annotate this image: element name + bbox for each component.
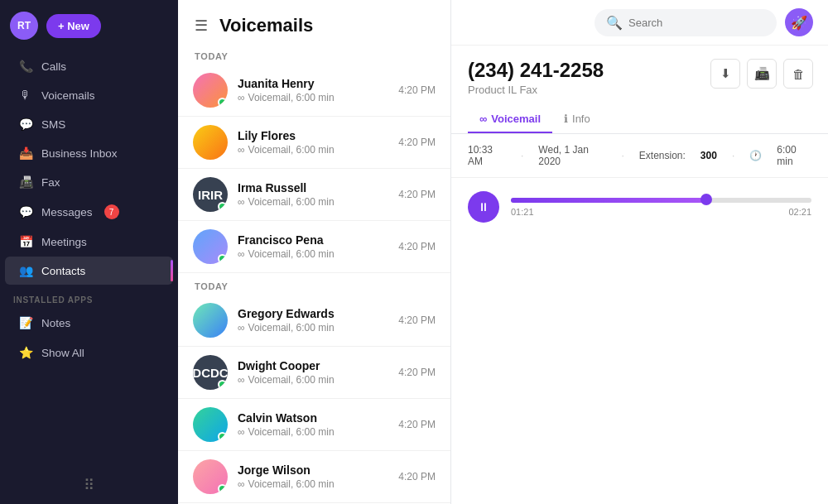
messages-badge: 7 (104, 204, 119, 219)
download-button[interactable]: ⬇ (710, 59, 740, 89)
section-day-label: TODAY (178, 273, 450, 295)
online-indicator (218, 484, 227, 493)
info-tab-icon: ℹ (564, 113, 568, 125)
fax-icon: 📠 (18, 175, 33, 189)
progress-thumb (700, 194, 712, 205)
contact-time: 4:20 PM (398, 367, 436, 378)
online-indicator (218, 254, 227, 263)
tab-info[interactable]: ℹ Info (552, 106, 602, 133)
voicemail-sub-icon: ∞ (238, 478, 245, 490)
search-box: 🔍 (595, 9, 777, 36)
sidebar-item-label: Voicemails (41, 89, 95, 102)
sidebar-nav: 📞 Calls 🎙 Voicemails 💬 SMS 📥 Business In… (0, 51, 178, 286)
time-labels: 01:21 02:21 (511, 207, 811, 217)
grid-icon[interactable]: ⠿ (84, 476, 94, 494)
online-indicator (218, 380, 227, 389)
meta-separator2: · (621, 150, 623, 161)
progress-fill (511, 198, 706, 203)
sidebar-item-label: Fax (41, 176, 60, 189)
contact-time: 4:20 PM (398, 84, 436, 96)
progress-bar[interactable] (511, 198, 811, 203)
list-item[interactable]: Lily Flores ∞ Voicemail, 6:00 min 4:20 P… (178, 117, 450, 169)
contact-name: Gregory Edwards (238, 307, 388, 320)
contact-name: Juanita Henry (238, 77, 388, 90)
sidebar-item-calls[interactable]: 📞 Calls (5, 52, 173, 80)
sidebar-item-messages[interactable]: 💬 Messages 7 (5, 197, 173, 227)
total-time: 02:21 (788, 207, 811, 217)
online-indicator (218, 432, 227, 441)
contact-name: Dwight Cooper (238, 359, 388, 372)
list-header: ☰ Voicemails (178, 0, 450, 43)
progress-container: 01:21 02:21 (511, 198, 811, 217)
contact-sub: ∞ Voicemail, 6:00 min (238, 144, 388, 156)
search-input[interactable] (628, 17, 765, 29)
sidebar-item-business-inbox[interactable]: 📥 Business Inbox (5, 139, 173, 167)
current-time: 01:21 (511, 207, 534, 217)
detail-meta: 10:33 AM · Wed, 1 Jan 2020 · Extension: … (451, 134, 828, 178)
list-item[interactable]: Francisco Pena ∞ Voicemail, 6:00 min 4:2… (178, 221, 450, 273)
sidebar-header: RT + New (0, 0, 178, 51)
section-day-label: TODAY (178, 43, 450, 65)
voicemail-sub-icon: ∞ (238, 426, 245, 438)
trash-button[interactable]: 🗑 (783, 59, 813, 89)
hamburger-icon[interactable]: ☰ (195, 17, 208, 35)
list-item[interactable]: IR IR Irma Russell ∞ Voicemail, 6:00 min… (178, 169, 450, 221)
calls-icon: 📞 (18, 60, 33, 73)
contact-time: 4:20 PM (398, 241, 436, 252)
list-item[interactable]: Gregory Edwards ∞ Voicemail, 6:00 min 4:… (178, 295, 450, 347)
contact-time: 4:20 PM (398, 137, 436, 148)
sidebar-item-label: Show All (41, 347, 84, 359)
sidebar-item-label: Messages (41, 206, 93, 218)
contact-info: Dwight Cooper ∞ Voicemail, 6:00 min (238, 359, 388, 386)
avatar: IR IR (193, 177, 228, 212)
contact-info: Irma Russell ∞ Voicemail, 6:00 min (238, 181, 388, 208)
sidebar-bottom: ⠿ (0, 466, 178, 504)
sidebar-item-label: Business Inbox (41, 147, 118, 160)
topbar: 🔍 🚀 (451, 0, 828, 46)
clock-icon: 🕐 (749, 150, 762, 161)
contact-name: Lily Flores (238, 129, 388, 142)
avatar (193, 229, 228, 264)
sidebar-item-meetings[interactable]: 📅 Meetings (5, 228, 173, 256)
contact-time: 4:20 PM (398, 314, 436, 326)
voicemail-tab-icon: ∞ (479, 113, 487, 125)
avatar (193, 459, 228, 494)
detail-wrapper: (234) 241-2258 Product IL Fax ⬇ 📠 🗑 ∞ Vo… (451, 46, 828, 504)
contact-name: Calvin Watson (238, 411, 388, 425)
contact-sub: ∞ Voicemail, 6:00 min (238, 478, 388, 490)
voicemail-sub-icon: ∞ (238, 322, 245, 334)
online-indicator (218, 98, 227, 107)
list-item[interactable]: DC DC Dwight Cooper ∞ Voicemail, 6:00 mi… (178, 347, 450, 399)
sidebar-item-voicemails[interactable]: 🎙 Voicemails (5, 81, 173, 109)
rocket-button[interactable]: 🚀 (785, 8, 813, 36)
sidebar-item-notes[interactable]: 📝 Notes (5, 309, 173, 337)
meetings-icon: 📅 (18, 235, 33, 248)
sidebar-item-contacts[interactable]: 👥 Contacts (5, 257, 173, 285)
contact-time: 4:20 PM (398, 471, 436, 482)
list-item[interactable]: Juanita Henry ∞ Voicemail, 6:00 min 4:20… (178, 65, 450, 117)
sidebar-item-show-all[interactable]: ⭐ Show All (5, 338, 173, 367)
tab-voicemail[interactable]: ∞ Voicemail (468, 106, 552, 133)
contact-info: Lily Flores ∞ Voicemail, 6:00 min (238, 129, 388, 156)
sidebar-item-label: Calls (41, 60, 66, 73)
sidebar-item-sms[interactable]: 💬 SMS (5, 110, 173, 138)
extension-label: Extension: (639, 150, 686, 161)
contact-sub: ∞ Voicemail, 6:00 min (238, 196, 388, 208)
meta-date: Wed, 1 Jan 2020 (538, 144, 606, 167)
meta-separator: · (521, 150, 523, 161)
contact-time: 4:20 PM (398, 419, 436, 430)
pause-button[interactable]: ⏸ (468, 191, 499, 223)
list-item[interactable]: Calvin Watson ∞ Voicemail, 6:00 min 4:20… (178, 399, 450, 451)
list-item[interactable]: Jorge Wilson ∞ Voicemail, 6:00 min 4:20 … (178, 451, 450, 503)
voicemail-list-panel: ☰ Voicemails TODAY Juanita Henry ∞ Voice… (178, 0, 451, 504)
tab-label: Voicemail (491, 113, 541, 125)
new-button[interactable]: + New (46, 14, 101, 38)
contact-name: Irma Russell (238, 181, 388, 194)
avatar (193, 125, 228, 160)
avatar (193, 73, 228, 108)
sidebar-item-label: Meetings (41, 236, 87, 248)
fax-button[interactable]: 📠 (747, 59, 777, 89)
messages-icon: 💬 (18, 205, 33, 218)
sidebar-item-fax[interactable]: 📠 Fax (5, 168, 173, 196)
duration-value: 6:00 min (777, 144, 811, 167)
